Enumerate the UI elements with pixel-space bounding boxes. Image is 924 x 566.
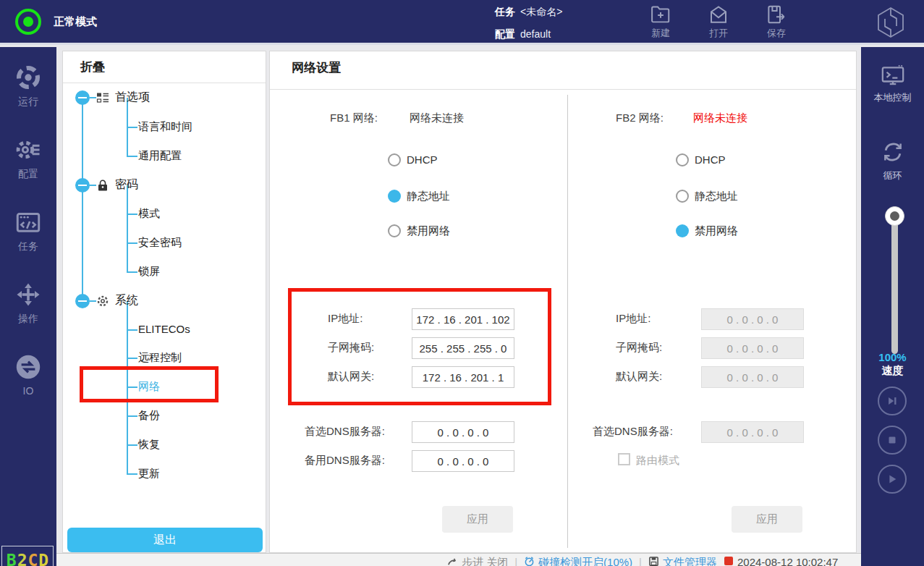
sidebar-item-task[interactable]: 任务 bbox=[0, 209, 56, 253]
tree-item-remote-control[interactable]: 远程控制 bbox=[138, 351, 182, 365]
fb1-apply-button[interactable]: 应用 bbox=[442, 506, 513, 533]
fb2-gateway-label: 默认网关: bbox=[616, 370, 662, 384]
fb1-radio-static[interactable] bbox=[388, 190, 401, 203]
captcha-char: B bbox=[7, 551, 17, 566]
captcha-char: 2 bbox=[17, 551, 27, 566]
file-manager-label: 文件管理器 bbox=[663, 556, 717, 566]
tree-line bbox=[90, 185, 96, 186]
tree-panel: 折叠 bbox=[62, 51, 266, 553]
fb1-radio-dhcp[interactable] bbox=[388, 153, 401, 166]
save-button[interactable]: 保存 bbox=[753, 4, 800, 43]
step-status-toggle[interactable]: 步进 关闭 bbox=[447, 556, 508, 566]
exit-button[interactable]: 退出 bbox=[67, 528, 263, 552]
fb1-radio-disable-label[interactable]: 禁用网络 bbox=[407, 224, 450, 238]
tree-item-security-password[interactable]: 安全密码 bbox=[138, 236, 182, 250]
local-control-icon bbox=[881, 64, 905, 86]
fb1-dns2-field[interactable]: 0 . 0 . 0 . 0 bbox=[412, 450, 514, 472]
collision-detect-toggle[interactable]: 碰撞检测开启(10%) bbox=[524, 556, 632, 566]
tree-line bbox=[127, 271, 137, 273]
new-button[interactable]: 新建 bbox=[637, 4, 684, 43]
fb2-radio-static-label[interactable]: 静态地址 bbox=[695, 190, 738, 203]
tree-item-restore[interactable]: 恢复 bbox=[138, 438, 160, 452]
file-manager-link[interactable]: 文件管理器 bbox=[648, 556, 717, 566]
fb2-radio-disable-label[interactable]: 禁用网络 bbox=[695, 224, 738, 238]
collapse-node-icon[interactable] bbox=[75, 294, 90, 308]
run-icon bbox=[15, 64, 41, 90]
sidebar-item-operate[interactable]: 操作 bbox=[0, 282, 56, 326]
fb2-radio-dhcp-label[interactable]: DHCP bbox=[695, 153, 726, 166]
tree-item-backup[interactable]: 备份 bbox=[138, 409, 160, 423]
fb1-radio-static-label[interactable]: 静态地址 bbox=[407, 190, 450, 203]
tree-item-language-time[interactable]: 语言和时间 bbox=[138, 120, 192, 134]
move-arrows-icon bbox=[15, 282, 41, 308]
play-button[interactable] bbox=[878, 465, 907, 494]
fb2-radio-static[interactable] bbox=[676, 190, 689, 203]
fb1-radio-disable[interactable] bbox=[388, 224, 401, 237]
speed-slider-handle[interactable] bbox=[885, 206, 904, 226]
fb2-network-status: 网络未连接 bbox=[693, 111, 747, 125]
loop-label: 循环 bbox=[861, 169, 924, 182]
new-button-label: 新建 bbox=[637, 27, 684, 40]
tree-line bbox=[127, 444, 137, 446]
fb2-mask-field: 0 . 0 . 0 . 0 bbox=[701, 337, 804, 359]
tree-item-lock-screen[interactable]: 锁屏 bbox=[138, 265, 160, 279]
tree-item-mode[interactable]: 模式 bbox=[138, 207, 160, 221]
sidebar-item-label: IO bbox=[0, 385, 56, 397]
tree-line bbox=[82, 98, 83, 301]
loop-button[interactable]: 循环 bbox=[861, 140, 924, 182]
tree-line bbox=[127, 358, 137, 359]
fb2-radio-dhcp[interactable] bbox=[676, 153, 689, 166]
sidebar-item-label: 任务 bbox=[0, 240, 56, 253]
tree-group-preferences[interactable]: 首选项 bbox=[115, 90, 150, 105]
fb2-mask-label: 子网掩码: bbox=[616, 341, 662, 355]
tree-item-elitecos[interactable]: ELITECOs bbox=[138, 323, 190, 335]
fb1-gateway-field[interactable]: 172 . 16 . 201 . 1 bbox=[412, 366, 514, 388]
fb1-network-status: 网络未连接 bbox=[410, 111, 464, 125]
speed-slider-track[interactable] bbox=[891, 212, 898, 354]
separator: | bbox=[514, 556, 517, 566]
step-status-label: 步进 关闭 bbox=[462, 556, 508, 566]
sidebar-item-config[interactable]: 配置 bbox=[0, 137, 56, 181]
fb2-apply-button[interactable]: 应用 bbox=[732, 506, 802, 533]
tree-line bbox=[90, 97, 96, 98]
fb1-radio-dhcp-label[interactable]: DHCP bbox=[407, 153, 438, 166]
collapse-node-icon[interactable] bbox=[75, 178, 90, 193]
sidebar-item-run[interactable]: 运行 bbox=[0, 64, 56, 109]
sidebar-item-io[interactable]: IO bbox=[0, 354, 56, 397]
fb1-ip-field[interactable]: 172 . 16 . 201 . 102 bbox=[412, 308, 514, 330]
collision-detect-icon bbox=[524, 556, 535, 566]
fb2-radio-disable[interactable] bbox=[676, 224, 689, 237]
tree-item-network[interactable]: 网络 bbox=[138, 380, 160, 394]
fb1-network-label: FB1 网络: bbox=[330, 111, 378, 125]
step-forward-button[interactable] bbox=[878, 387, 907, 415]
left-sidebar: 运行 配置 任务 操作 bbox=[0, 47, 56, 566]
fb2-dns1-field: 0 . 0 . 0 . 0 bbox=[701, 421, 804, 443]
fb2-ip-field: 0 . 0 . 0 . 0 bbox=[701, 308, 804, 330]
save-button-label: 保存 bbox=[753, 27, 800, 40]
tree-item-update[interactable]: 更新 bbox=[138, 467, 160, 481]
network-settings-panel: 网络设置 FB1 网络: 网络未连接 DHCP 静态地址 禁用网络 IP地址: … bbox=[269, 51, 857, 553]
stop-button[interactable] bbox=[878, 426, 907, 455]
fb1-dns2-label: 备用DNS服务器: bbox=[305, 454, 385, 468]
datetime-label: 2024-08-12 10:02:47 bbox=[737, 556, 838, 566]
task-label: 任务 bbox=[495, 6, 515, 19]
config-label: 配置 bbox=[495, 28, 515, 41]
open-file-icon bbox=[708, 4, 729, 25]
local-control-button[interactable]: 本地控制 bbox=[861, 64, 924, 104]
statusbar: 步进 关闭 | 碰撞检测开启(10%) | 文件管理器 bbox=[56, 553, 861, 566]
tree-line bbox=[127, 415, 137, 417]
tree-group-password[interactable]: 密码 bbox=[115, 177, 138, 193]
config-value: default bbox=[520, 28, 551, 40]
fb1-gateway-label: 默认网关: bbox=[328, 370, 374, 384]
tree-item-general-config[interactable]: 通用配置 bbox=[138, 149, 182, 163]
collapse-node-icon[interactable] bbox=[75, 90, 90, 105]
tree-line bbox=[127, 156, 137, 157]
tree-group-system[interactable]: 系统 bbox=[115, 293, 138, 308]
fb2-network-label: FB2 网络: bbox=[616, 111, 664, 125]
fb1-dns1-field[interactable]: 0 . 0 . 0 . 0 bbox=[412, 421, 514, 443]
io-sync-icon bbox=[15, 354, 41, 380]
fb1-mask-field[interactable]: 255 . 255 . 255 . 0 bbox=[412, 337, 514, 359]
stop-icon bbox=[886, 434, 899, 447]
open-button[interactable]: 打开 bbox=[695, 4, 742, 43]
local-control-label: 本地控制 bbox=[861, 91, 924, 104]
